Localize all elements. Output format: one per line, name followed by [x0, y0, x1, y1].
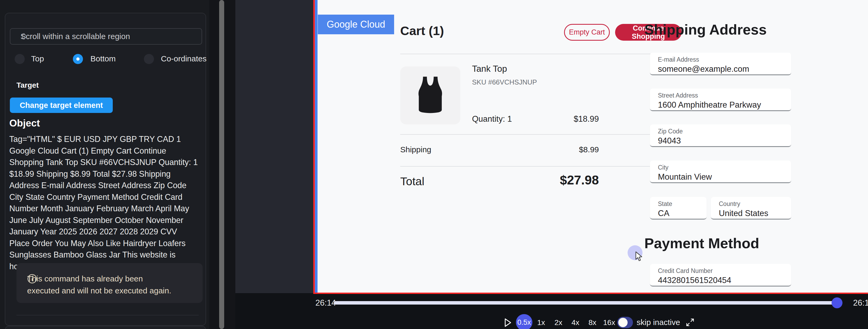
field-label: Street Address — [658, 92, 698, 99]
skip-inactive-toggle[interactable] — [617, 317, 633, 328]
field-label: Country — [719, 200, 740, 207]
play-button[interactable] — [503, 318, 513, 327]
field-value: Mountain View — [658, 172, 712, 182]
radio-top-label: Top — [31, 54, 44, 63]
radio-coordinates-label: Co-ordinates — [161, 54, 207, 63]
speed-8x-button[interactable]: 8x — [589, 318, 596, 327]
divider — [400, 134, 682, 135]
next-panel-edge — [5, 326, 206, 329]
shipping-cost-value: $8.99 — [579, 145, 599, 154]
target-section-divider: Target — [17, 81, 199, 89]
element-highlight-blue — [315, 0, 317, 293]
divider — [400, 54, 682, 54]
field-value: someone@example.com — [658, 64, 749, 74]
payment-method-heading: Payment Method — [644, 235, 759, 252]
sidebar-scrollbar-thumb[interactable] — [219, 0, 224, 329]
country-field[interactable]: Country United States — [711, 197, 791, 220]
field-label: E-mail Address — [658, 56, 699, 63]
toggle-knob — [618, 318, 628, 327]
brand-badge: Google Cloud — [318, 14, 394, 34]
app-window: Scroll within a scrollable region Top Bo… — [0, 0, 868, 329]
scroll-position-options: Top Bottom Co-ordinates — [10, 53, 202, 65]
cart-section: Cart (1) Empty Cart Continue Shopping Ta… — [400, 0, 599, 293]
object-heading: Object — [9, 118, 40, 129]
speed-0-5x-button[interactable]: 0.5x — [516, 314, 532, 329]
replay-stage-background — [235, 0, 313, 293]
divider — [400, 166, 682, 167]
item-sku: SKU #66VCHSJNUP — [472, 78, 537, 86]
field-label: Zip Code — [658, 128, 683, 135]
street-address-field[interactable]: Street Address 1600 Amphitheatre Parkway — [650, 89, 791, 111]
item-quantity: Quantity: 1 — [472, 114, 512, 124]
timeline-knob[interactable] — [832, 297, 842, 308]
unfold-icon — [21, 32, 27, 40]
end-time: 26:1 — [853, 298, 868, 308]
change-target-button[interactable]: Change target element — [10, 98, 113, 113]
command-type-select[interactable]: Scroll within a scrollable region — [10, 28, 202, 45]
radio-top[interactable] — [14, 54, 25, 64]
sidebar-divider — [17, 315, 199, 316]
target-section-label: Target — [17, 81, 39, 90]
command-type-value: Scroll within a scrollable region — [21, 32, 130, 41]
radio-bottom-label: Bottom — [90, 54, 116, 63]
speed-4x-button[interactable]: 4x — [571, 318, 580, 327]
cursor-icon — [635, 252, 645, 263]
zip-code-field[interactable]: Zip Code 94043 — [650, 124, 791, 147]
field-value: 4432801561520454 — [658, 275, 731, 285]
command-panel: Scroll within a scrollable region Top Bo… — [5, 13, 206, 326]
city-field[interactable]: City Mountain View — [650, 161, 791, 183]
execution-notice: This command has already been executed a… — [17, 263, 203, 303]
element-highlight-red-bottom — [313, 293, 868, 294]
sidebar: Scroll within a scrollable region Top Bo… — [0, 0, 209, 329]
field-label: Credit Card Number — [658, 267, 713, 274]
object-description: Tag="HTML" $ EUR USD JPY GBP TRY CAD 1 G… — [9, 133, 199, 272]
radio-bottom[interactable] — [73, 54, 83, 64]
timeline-track[interactable] — [334, 301, 837, 304]
replayed-page: Google Cloud Cart (1) Empty Cart Continu… — [317, 0, 868, 293]
tank-top-image — [409, 73, 452, 118]
execution-notice-text: This command has already been executed a… — [27, 273, 176, 297]
skip-inactive-label: skip inactive — [637, 318, 680, 327]
field-value: 1600 Amphitheatre Parkway — [658, 100, 761, 110]
field-value: United States — [719, 209, 768, 218]
empty-cart-button[interactable]: Empty Cart — [564, 24, 610, 41]
item-price: $18.99 — [574, 114, 599, 124]
product-image — [400, 66, 460, 124]
total-label: Total — [400, 175, 425, 188]
fullscreen-icon[interactable] — [685, 317, 695, 327]
state-field[interactable]: State CA — [650, 197, 707, 220]
cart-title: Cart (1) — [400, 23, 444, 38]
element-highlight-red-left — [313, 0, 315, 294]
speed-2x-button[interactable]: 2x — [555, 318, 562, 327]
shipping-cost-label: Shipping — [400, 145, 431, 154]
shipping-address-heading: Shipping Address — [644, 21, 767, 38]
field-value: 94043 — [658, 136, 681, 145]
email-field[interactable]: E-mail Address someone@example.com — [650, 53, 791, 75]
speed-16x-button[interactable]: 16x — [603, 318, 615, 327]
item-name: Tank Top — [472, 64, 507, 74]
field-label: City — [658, 164, 669, 171]
total-value: $27.98 — [560, 173, 599, 187]
field-value: CA — [658, 209, 669, 218]
field-label: State — [658, 200, 672, 207]
speed-1x-button[interactable]: 1x — [537, 318, 545, 327]
current-time: 26:14 — [315, 298, 336, 308]
radio-coordinates[interactable] — [144, 54, 154, 64]
credit-card-number-field[interactable]: Credit Card Number 4432801561520454 — [650, 264, 791, 287]
